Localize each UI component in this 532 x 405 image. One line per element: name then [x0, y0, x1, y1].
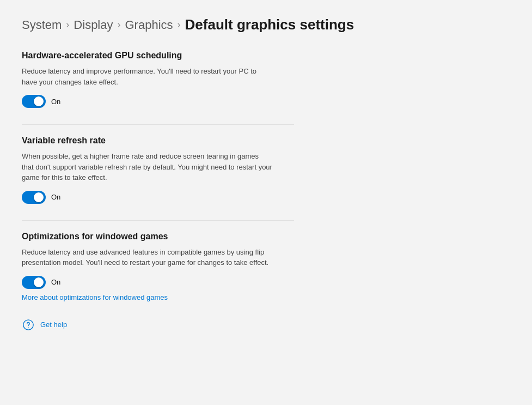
toggle-track-gpu-scheduling — [22, 95, 46, 108]
divider-2 — [22, 220, 294, 221]
breadcrumb: System › Display › Graphics › Default gr… — [22, 16, 510, 33]
toggle-thumb-windowed — [34, 277, 44, 287]
breadcrumb-display[interactable]: Display — [74, 18, 113, 32]
section-gpu-scheduling-description: Reduce latency and improve performance. … — [22, 66, 272, 87]
toggle-thumb-variable-refresh — [34, 192, 44, 202]
help-row: Get help — [22, 318, 510, 331]
toggle-track-windowed — [22, 276, 46, 289]
section-windowed-title: Optimizations for windowed games — [22, 232, 510, 241]
toggle-label-windowed: On — [51, 278, 60, 286]
toggle-row-windowed: On — [22, 276, 510, 289]
breadcrumb-graphics[interactable]: Graphics — [125, 18, 173, 32]
help-icon — [22, 318, 35, 331]
svg-point-1 — [28, 327, 28, 327]
breadcrumb-separator-1: › — [66, 19, 69, 31]
section-variable-refresh-title: Variable refresh rate — [22, 136, 510, 146]
section-windowed-description: Reduce latency and use advanced features… — [22, 247, 272, 268]
toggle-label-gpu-scheduling: On — [51, 98, 60, 106]
toggle-thumb-gpu-scheduling — [34, 96, 44, 106]
section-windowed-optimizations: Optimizations for windowed games Reduce … — [22, 232, 510, 302]
breadcrumb-separator-2: › — [118, 19, 121, 31]
help-icon-svg — [22, 319, 34, 331]
breadcrumb-separator-3: › — [178, 19, 181, 31]
more-link-windowed[interactable]: More about optimizations for windowed ga… — [22, 293, 168, 301]
toggle-row-gpu-scheduling: On — [22, 95, 510, 108]
toggle-label-variable-refresh: On — [51, 193, 60, 201]
toggle-row-variable-refresh: On — [22, 191, 510, 204]
divider-1 — [22, 124, 294, 125]
get-help-link[interactable]: Get help — [40, 321, 67, 329]
section-variable-refresh: Variable refresh rate When possible, get… — [22, 136, 510, 204]
toggle-track-variable-refresh — [22, 191, 46, 204]
section-variable-refresh-description: When possible, get a higher frame rate a… — [22, 151, 272, 183]
section-gpu-scheduling-title: Hardware-accelerated GPU scheduling — [22, 51, 510, 61]
page-title: Default graphics settings — [185, 16, 354, 33]
toggle-variable-refresh[interactable] — [22, 191, 46, 204]
breadcrumb-system[interactable]: System — [22, 18, 62, 32]
section-gpu-scheduling: Hardware-accelerated GPU scheduling Redu… — [22, 51, 510, 108]
toggle-windowed[interactable] — [22, 276, 46, 289]
toggle-gpu-scheduling[interactable] — [22, 95, 46, 108]
